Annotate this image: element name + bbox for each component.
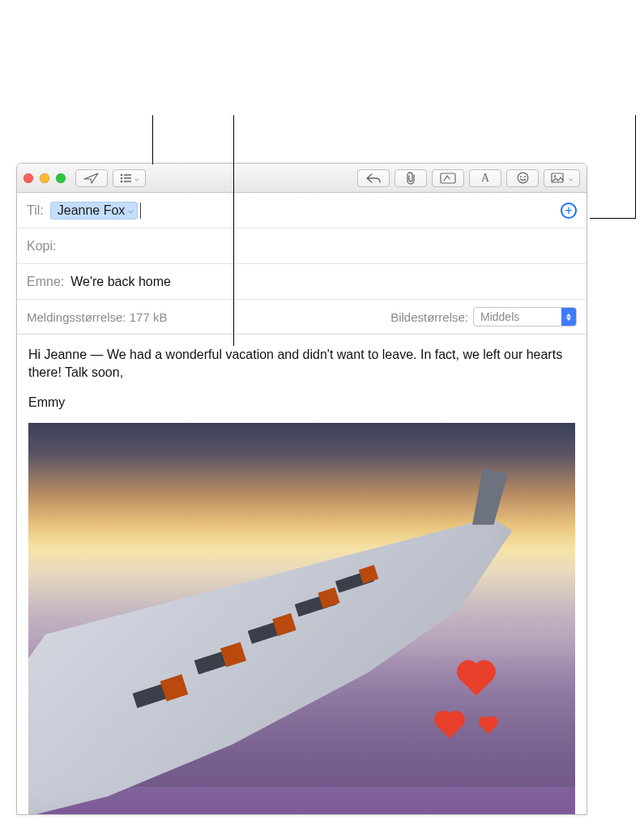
subject-field-row[interactable]: Emne: We're back home bbox=[17, 264, 586, 300]
chevron-down-icon: ⌵ bbox=[134, 174, 139, 182]
add-contact-button[interactable]: + bbox=[561, 203, 577, 219]
plus-icon: + bbox=[565, 204, 572, 217]
chevron-down-icon: ⌵ bbox=[569, 174, 573, 182]
to-label: Til: bbox=[27, 203, 44, 218]
image-size-value: Middels bbox=[480, 310, 561, 323]
subject-label: Emne: bbox=[27, 275, 64, 289]
send-icon bbox=[83, 173, 100, 184]
svg-point-0 bbox=[121, 173, 123, 176]
subject-value: We're back home bbox=[70, 275, 171, 289]
format-icon: A bbox=[481, 172, 489, 185]
message-size-value: 177 kB bbox=[130, 310, 168, 324]
markup-icon bbox=[440, 173, 456, 184]
svg-rect-5 bbox=[124, 181, 131, 182]
emoji-button[interactable] bbox=[506, 169, 539, 187]
minimize-icon[interactable] bbox=[40, 173, 49, 183]
svg-rect-3 bbox=[124, 177, 131, 179]
window-controls bbox=[23, 173, 66, 183]
format-button[interactable]: A bbox=[469, 169, 501, 187]
reply-icon bbox=[366, 173, 381, 183]
svg-point-8 bbox=[520, 176, 522, 177]
message-meta-row: Meldingsstørrelse: 177 kB Bildestørrelse… bbox=[17, 300, 586, 334]
svg-point-7 bbox=[518, 173, 528, 183]
list-icon bbox=[120, 173, 131, 183]
svg-point-4 bbox=[121, 180, 123, 182]
header-fields: Til: Jeanne Fox ⌵ + Kopi: Emne: We're ba… bbox=[17, 193, 586, 335]
paperclip-icon bbox=[405, 172, 416, 185]
svg-rect-6 bbox=[441, 173, 455, 183]
message-size: Meldingsstørrelse: 177 kB bbox=[27, 310, 167, 324]
text-cursor bbox=[140, 203, 141, 219]
inline-image-attachment[interactable] bbox=[28, 423, 575, 814]
photo-browser-button[interactable]: ⌵ bbox=[544, 169, 580, 187]
svg-point-11 bbox=[554, 175, 556, 177]
svg-rect-1 bbox=[124, 174, 131, 176]
cc-label: Kopi: bbox=[27, 239, 56, 254]
send-button[interactable] bbox=[75, 169, 108, 187]
callout-line bbox=[152, 115, 153, 164]
recipient-name: Jeanne Fox bbox=[58, 203, 126, 218]
header-fields-button[interactable]: ⌵ bbox=[113, 169, 146, 187]
message-size-label: Meldingsstørrelse: bbox=[27, 310, 126, 324]
titlebar: ⌵ A ⌵ bbox=[17, 164, 586, 193]
message-body[interactable]: Hi Jeanne — We had a wonderful vacation … bbox=[17, 335, 586, 814]
cc-field-row[interactable]: Kopi: bbox=[17, 228, 586, 264]
body-signature: Emmy bbox=[28, 394, 575, 412]
chevron-down-icon[interactable]: ⌵ bbox=[128, 205, 134, 215]
toolbar-right: A ⌵ bbox=[357, 169, 580, 187]
to-field-row[interactable]: Til: Jeanne Fox ⌵ + bbox=[17, 193, 586, 228]
photos-icon bbox=[551, 173, 565, 183]
attach-button[interactable] bbox=[395, 169, 427, 187]
emoji-icon bbox=[517, 172, 529, 184]
reply-button[interactable] bbox=[357, 169, 390, 187]
mail-compose-window: ⌵ A ⌵ T bbox=[16, 163, 587, 815]
svg-point-9 bbox=[524, 176, 526, 177]
svg-point-2 bbox=[121, 177, 123, 179]
callout-line bbox=[635, 115, 636, 218]
close-icon[interactable] bbox=[23, 173, 33, 183]
toolbar-left: ⌵ bbox=[75, 169, 146, 187]
stepper-icon bbox=[561, 308, 576, 326]
callout-line bbox=[233, 115, 234, 346]
image-size-select[interactable]: Middels bbox=[473, 307, 577, 326]
body-paragraph: Hi Jeanne — We had a wonderful vacation … bbox=[28, 346, 563, 381]
recipient-chip[interactable]: Jeanne Fox ⌵ bbox=[50, 202, 139, 220]
markup-button[interactable] bbox=[432, 169, 464, 187]
zoom-icon[interactable] bbox=[56, 173, 66, 183]
image-size-label: Bildestørrelse: bbox=[390, 310, 468, 324]
callout-line bbox=[590, 218, 636, 219]
